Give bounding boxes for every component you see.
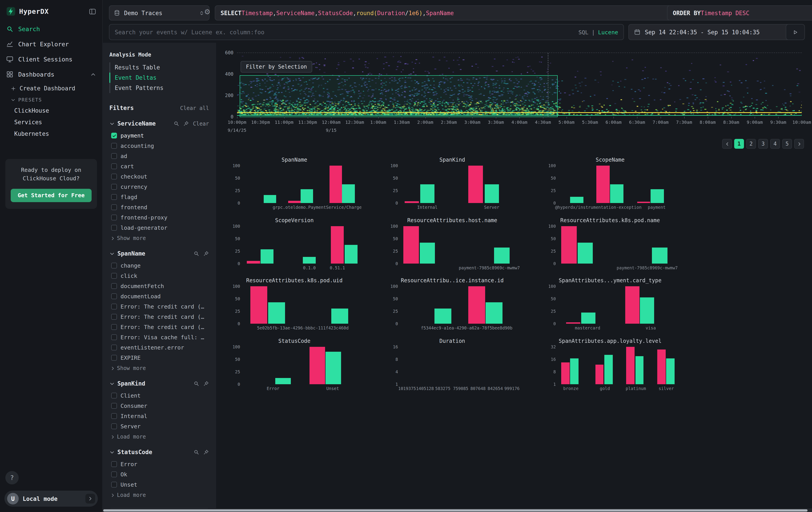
checkbox[interactable] bbox=[111, 334, 117, 340]
horizontal-scrollbar[interactable] bbox=[102, 508, 812, 512]
facet-load-more[interactable]: Load more bbox=[109, 431, 209, 440]
analysis-mode-event-deltas[interactable]: Event Deltas bbox=[109, 73, 209, 83]
date-range-picker[interactable]: Sep 14 22:04:35 - Sep 15 10:04:35 bbox=[628, 24, 790, 40]
checkbox[interactable] bbox=[111, 133, 117, 138]
bar-green[interactable] bbox=[419, 243, 435, 263]
checkbox[interactable] bbox=[111, 471, 117, 477]
bar-pink[interactable] bbox=[637, 201, 650, 203]
checkbox[interactable] bbox=[111, 393, 117, 399]
page-2[interactable]: 2 bbox=[746, 139, 756, 149]
source-select[interactable]: Demo Traces bbox=[109, 5, 209, 21]
bar-pink[interactable] bbox=[597, 166, 610, 203]
checkbox[interactable] bbox=[111, 263, 117, 268]
bar-green[interactable] bbox=[261, 249, 274, 263]
order-by-editor[interactable]: ORDER BY Timestamp DESC bbox=[667, 5, 812, 21]
sidebar-item-kubernetes[interactable]: Kubernetes bbox=[0, 128, 102, 139]
analysis-mode-event-patterns[interactable]: Event Patterns bbox=[109, 83, 209, 93]
search-input[interactable] bbox=[109, 29, 578, 35]
page-4[interactable]: 4 bbox=[770, 139, 780, 149]
page-5[interactable]: 5 bbox=[782, 139, 792, 149]
sidebar-presets-toggle[interactable]: PRESETS bbox=[0, 95, 102, 105]
sidebar-item-services[interactable]: Services bbox=[0, 116, 102, 128]
checkbox[interactable] bbox=[111, 403, 117, 409]
checkbox[interactable] bbox=[111, 345, 117, 350]
checkbox[interactable] bbox=[111, 153, 117, 159]
checkbox[interactable] bbox=[111, 314, 117, 320]
checkbox[interactable] bbox=[111, 355, 117, 360]
heatmap-selection-region[interactable] bbox=[240, 76, 558, 117]
lucene-toggle-label[interactable]: Lucene bbox=[598, 29, 618, 35]
facet-header[interactable]: SpanName bbox=[109, 250, 209, 257]
checkbox[interactable] bbox=[111, 143, 117, 149]
pin-icon[interactable] bbox=[203, 381, 209, 386]
magnifier-icon[interactable] bbox=[194, 381, 199, 386]
bar-green[interactable] bbox=[276, 378, 291, 384]
bar-pink[interactable] bbox=[331, 226, 344, 263]
bar-pink[interactable] bbox=[404, 226, 419, 263]
checkbox[interactable] bbox=[111, 225, 117, 231]
facet-show-more[interactable]: Show more bbox=[109, 233, 209, 241]
analysis-mode-results-table[interactable]: Results Table bbox=[109, 62, 209, 73]
scrollbar-thumb[interactable] bbox=[103, 509, 808, 511]
bar-green[interactable] bbox=[651, 189, 664, 203]
sidebar-item-clickhouse[interactable]: ClickHouse bbox=[0, 105, 102, 116]
bar-pink[interactable] bbox=[595, 365, 604, 384]
magnifier-icon[interactable] bbox=[194, 449, 199, 455]
checkbox[interactable] bbox=[111, 184, 117, 190]
facet-header[interactable]: StatusCode bbox=[109, 449, 209, 455]
bar-pink[interactable] bbox=[468, 286, 485, 324]
checkbox[interactable] bbox=[111, 283, 117, 289]
facet-show-more[interactable]: Show more bbox=[109, 363, 209, 371]
sidebar-collapse-icon[interactable] bbox=[89, 8, 96, 15]
checkbox[interactable] bbox=[111, 173, 117, 180]
bar-green[interactable] bbox=[610, 184, 623, 203]
magnifier-icon[interactable] bbox=[194, 251, 199, 257]
page-1[interactable]: 1 bbox=[734, 139, 744, 149]
bar-pink[interactable] bbox=[330, 166, 342, 203]
bar-green[interactable] bbox=[604, 355, 613, 384]
bar-pink[interactable] bbox=[625, 286, 639, 324]
gear-icon[interactable]: ⚙ bbox=[204, 8, 210, 16]
bar-green[interactable] bbox=[581, 313, 595, 324]
bar-green[interactable] bbox=[652, 247, 667, 263]
bar-green[interactable] bbox=[268, 302, 285, 324]
bar-green[interactable] bbox=[570, 196, 583, 203]
get-started-button[interactable]: Get Started for Free bbox=[11, 189, 92, 202]
run-query-button[interactable] bbox=[786, 24, 805, 40]
bar-pink[interactable] bbox=[468, 166, 483, 203]
sidebar-item-chart-explorer[interactable]: Chart Explorer bbox=[0, 36, 102, 52]
checkbox[interactable] bbox=[111, 194, 117, 200]
facet-load-more[interactable]: Load more bbox=[109, 490, 209, 498]
filter-by-selection-button[interactable]: Filter by Selection bbox=[240, 61, 312, 73]
pin-icon[interactable] bbox=[203, 251, 209, 257]
bar-pink[interactable] bbox=[561, 226, 577, 263]
checkbox[interactable] bbox=[111, 413, 117, 419]
bar-green[interactable] bbox=[300, 189, 313, 203]
bar-green[interactable] bbox=[485, 184, 499, 203]
bar-green[interactable] bbox=[342, 184, 355, 203]
clear-all-link[interactable]: Clear all bbox=[180, 105, 209, 111]
bar-pink[interactable] bbox=[566, 322, 580, 324]
checkbox[interactable] bbox=[111, 423, 117, 429]
bar-pink[interactable] bbox=[250, 286, 267, 324]
bar-green[interactable] bbox=[640, 297, 654, 324]
sidebar-item-dashboards[interactable]: Dashboards bbox=[0, 67, 102, 82]
bar-green[interactable] bbox=[325, 352, 341, 384]
pin-icon[interactable] bbox=[183, 120, 189, 127]
bar-green[interactable] bbox=[434, 309, 451, 324]
bar-pink[interactable] bbox=[405, 201, 419, 203]
page-prev[interactable] bbox=[722, 139, 732, 149]
checkbox[interactable] bbox=[111, 482, 117, 487]
checkbox[interactable] bbox=[111, 163, 117, 169]
pin-icon[interactable] bbox=[203, 449, 209, 455]
bar-green[interactable] bbox=[635, 356, 644, 384]
help-button[interactable]: ? bbox=[5, 471, 19, 484]
page-next[interactable] bbox=[794, 139, 804, 149]
facet-header[interactable]: ServiceNameClear bbox=[109, 120, 209, 127]
checkbox[interactable] bbox=[111, 204, 117, 210]
sql-select-editor[interactable]: SELECT Timestamp, ServiceName, StatusCod… bbox=[215, 5, 673, 21]
bar-pink[interactable] bbox=[657, 350, 666, 384]
bar-pink[interactable] bbox=[309, 347, 325, 384]
bar-green[interactable] bbox=[420, 184, 434, 203]
user-menu[interactable]: U Local mode bbox=[4, 491, 98, 507]
